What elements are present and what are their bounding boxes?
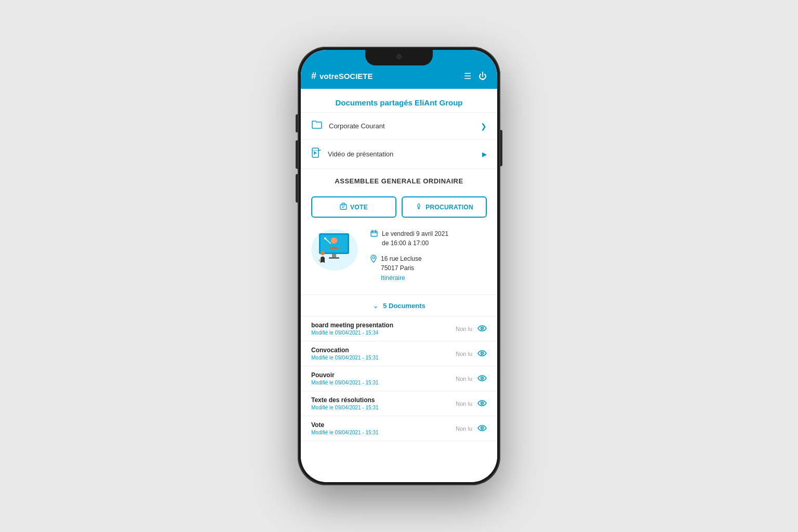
doc-row: Texte des résolutions Modifié le 09/04/2…	[301, 391, 497, 416]
doc-modified: Modifié le 09/04/2021 - 15:31	[311, 355, 456, 361]
doc-modified: Modifié le 09/04/2021 - 15:34	[311, 330, 456, 336]
chevron-right-icon: ❯	[481, 122, 487, 130]
doc-status: Non lu	[456, 425, 472, 432]
event-location-text: 16 rue Lecluse 75017 Paris Itinéraire	[381, 254, 422, 282]
address-line1: 16 rue Lecluse	[381, 254, 422, 263]
svg-rect-15	[371, 231, 377, 236]
doc-info: board meeting presentation Modifié le 09…	[311, 322, 456, 336]
doc-status: Non lu	[456, 401, 472, 407]
event-info: Le vendredi 9 avril 2021 de 16:00 à 17:0…	[301, 224, 497, 289]
doc-eye-icon[interactable]	[477, 374, 487, 383]
svg-rect-10	[332, 254, 336, 257]
monitor-svg	[311, 229, 361, 271]
procuration-icon	[415, 203, 422, 211]
svg-point-14	[324, 237, 326, 240]
doc-modified: Modifié le 09/04/2021 - 15:31	[311, 405, 456, 410]
notch	[365, 50, 433, 65]
doc-info: Pouvoir Modifié le 09/04/2021 - 15:31	[311, 371, 456, 385]
vote-label: VOTE	[350, 204, 368, 211]
event-date-line1: Le vendredi 9 avril 2021	[382, 229, 448, 238]
doc-eye-icon[interactable]	[477, 324, 487, 334]
power-icon[interactable]: ⏻	[478, 72, 487, 81]
event-illustration	[311, 229, 363, 276]
volume-down-button	[296, 174, 298, 203]
camera	[396, 54, 402, 59]
svg-point-21	[482, 328, 483, 329]
doc-info: Vote Modifié le 09/04/2021 - 15:31	[311, 421, 456, 435]
svg-point-23	[482, 353, 483, 354]
documents-section: ⌄ 5 Documents board meeting presentation…	[301, 295, 497, 441]
svg-point-27	[482, 403, 483, 404]
app-name: votreSOCIETE	[320, 72, 373, 81]
ago-title: ASSEMBLEE GENERALE ORDINAIRE	[311, 177, 487, 185]
header-actions: ☰ ⏻	[464, 71, 487, 81]
event-date-line2: de 16:00 à 17:00	[382, 238, 448, 248]
doc-modified: Modifié le 09/04/2021 - 15:31	[311, 430, 456, 435]
doc-row: Pouvoir Modifié le 09/04/2021 - 15:31 No…	[301, 366, 497, 391]
svg-point-19	[373, 257, 375, 259]
svg-point-12	[321, 251, 325, 255]
event-location-row: 16 rue Lecluse 75017 Paris Itinéraire	[370, 254, 487, 282]
vote-icon	[340, 203, 347, 211]
doc-row: board meeting presentation Modifié le 09…	[301, 316, 497, 341]
doc-modified: Modifié le 09/04/2021 - 15:31	[311, 380, 456, 385]
doc-info: Texte des résolutions Modifié le 09/04/2…	[311, 396, 456, 410]
doc-eye-icon[interactable]	[477, 399, 487, 408]
doc-name: board meeting presentation	[311, 322, 456, 329]
logo-hash-icon: #	[311, 71, 316, 82]
svg-point-9	[331, 237, 337, 244]
event-details: Le vendredi 9 avril 2021 de 16:00 à 17:0…	[370, 229, 487, 282]
docs-header[interactable]: ⌄ 5 Documents	[301, 295, 497, 316]
svg-rect-11	[329, 257, 339, 259]
volume-up-button	[296, 140, 298, 169]
doc-eye-icon[interactable]	[477, 424, 487, 433]
event-date-text: Le vendredi 9 avril 2021 de 16:00 à 17:0…	[382, 229, 448, 248]
folder-icon	[311, 120, 323, 132]
corporate-courant-label: Corporate Courant	[329, 122, 481, 130]
doc-status: Non lu	[456, 351, 472, 357]
doc-row: Convocation Modifié le 09/04/2021 - 15:3…	[301, 341, 497, 366]
doc-eye-icon[interactable]	[477, 349, 487, 358]
screen-content[interactable]: Documents partagés EliAnt Group Corporat…	[301, 89, 497, 482]
page-title-section: Documents partagés EliAnt Group	[301, 89, 497, 113]
video-file-icon	[311, 147, 322, 161]
docs-count-label: 5 Documents	[383, 302, 425, 310]
itinerary-link[interactable]: Itinéraire	[381, 274, 405, 282]
calendar-icon	[370, 230, 378, 238]
doc-name: Texte des résolutions	[311, 396, 456, 404]
event-date-row: Le vendredi 9 avril 2021 de 16:00 à 17:0…	[370, 229, 487, 248]
vote-button[interactable]: VOTE	[311, 196, 396, 218]
doc-rows-container: board meeting presentation Modifié le 09…	[301, 316, 497, 441]
doc-info: Convocation Modifié le 09/04/2021 - 15:3…	[311, 347, 456, 361]
phone-screen: # votreSOCIETE ☰ ⏻ Documents partagés El…	[301, 50, 497, 482]
shared-doc-video[interactable]: Vidéo de présentation ▶	[301, 140, 497, 169]
power-button	[500, 130, 502, 166]
docs-chevron-icon: ⌄	[373, 301, 379, 310]
doc-status: Non lu	[456, 376, 472, 382]
app-logo: # votreSOCIETE	[311, 71, 373, 82]
mute-button	[296, 114, 298, 132]
doc-name: Vote	[311, 421, 456, 429]
doc-row: Vote Modifié le 09/04/2021 - 15:31 Non l…	[301, 416, 497, 441]
ago-section: ASSEMBLEE GENERALE ORDINAIRE	[301, 169, 497, 190]
phone-device: # votreSOCIETE ☰ ⏻ Documents partagés El…	[298, 47, 500, 485]
doc-name: Pouvoir	[311, 371, 456, 379]
procuration-label: PROCURATION	[425, 204, 473, 211]
play-icon: ▶	[482, 151, 487, 158]
app-screen: # votreSOCIETE ☰ ⏻ Documents partagés El…	[301, 50, 497, 482]
address-line2: 75017 Paris	[381, 263, 422, 273]
shared-doc-corporate[interactable]: Corporate Courant ❯	[301, 113, 497, 140]
svg-point-25	[482, 378, 483, 379]
doc-status: Non lu	[456, 326, 472, 332]
video-presentation-label: Vidéo de présentation	[328, 150, 482, 158]
menu-icon[interactable]: ☰	[464, 71, 471, 81]
svg-rect-2	[340, 205, 347, 209]
doc-name: Convocation	[311, 347, 456, 354]
action-buttons: VOTE PROCURATION	[301, 190, 497, 224]
svg-point-29	[482, 428, 483, 429]
procuration-button[interactable]: PROCURATION	[402, 196, 487, 218]
page-title: Documents partagés EliAnt Group	[311, 98, 487, 107]
location-icon	[370, 255, 377, 264]
